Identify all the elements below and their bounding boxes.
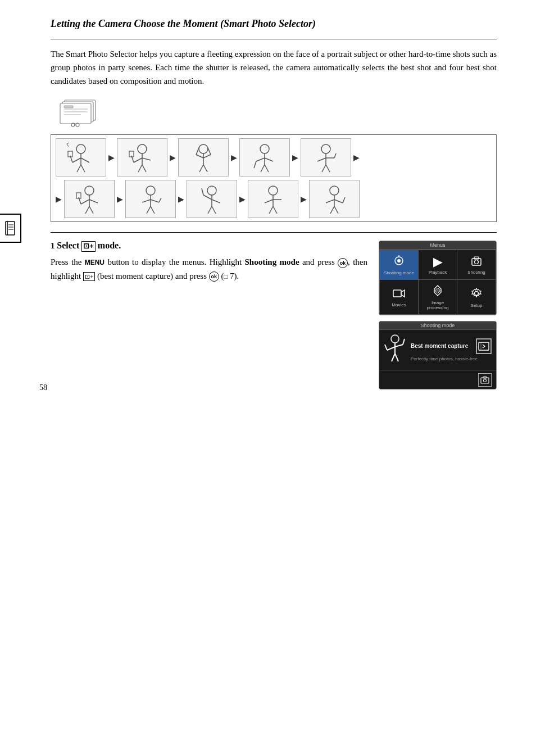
svg-line-61 bbox=[89, 206, 93, 214]
title-divider bbox=[51, 39, 497, 39]
svg-line-21 bbox=[81, 165, 85, 172]
svg-line-71 bbox=[203, 195, 212, 200]
strip-cell-2-5 bbox=[309, 180, 360, 218]
svg-line-81 bbox=[273, 206, 277, 214]
svg-line-64 bbox=[142, 200, 151, 202]
svg-line-52 bbox=[322, 165, 326, 172]
svg-line-34 bbox=[196, 155, 203, 158]
best-moment-icon bbox=[476, 338, 492, 354]
camera-ui-shooting-mode: Shooting mode bbox=[379, 321, 497, 390]
svg-point-47 bbox=[321, 144, 330, 153]
strip-cell-1-4 bbox=[239, 138, 290, 176]
svg-line-46 bbox=[265, 165, 269, 172]
svg-line-78 bbox=[265, 200, 273, 203]
step-text: 1 Select ⊡+ mode. Press the MENU button … bbox=[51, 241, 367, 283]
arrow-2-1: ▶ bbox=[117, 194, 123, 204]
svg-line-39 bbox=[203, 165, 207, 172]
svg-line-105 bbox=[403, 339, 405, 345]
arrow-1-5: ▶ bbox=[353, 153, 360, 162]
arrow-1-2: ▶ bbox=[170, 153, 176, 162]
strip-row-2: ▶ ▶ bbox=[56, 180, 492, 218]
best-moment-row: Best moment capture bbox=[411, 338, 492, 354]
strip-cell-1-3 bbox=[178, 138, 229, 176]
svg-line-68 bbox=[151, 206, 155, 214]
svg-rect-92 bbox=[472, 259, 481, 265]
svg-line-45 bbox=[261, 165, 265, 172]
strip-cell-1-1 bbox=[56, 138, 106, 176]
step-1-section: 1 Select ⊡+ mode. Press the MENU button … bbox=[51, 241, 497, 390]
svg-line-59 bbox=[89, 200, 98, 203]
svg-marker-96 bbox=[401, 290, 405, 297]
camera-ui-menus: Menus Shooting mode ▶ bbox=[379, 241, 497, 315]
camera-ui-cell-setup: Setup bbox=[457, 280, 496, 314]
step-body: Press the MENU button to display the men… bbox=[51, 255, 367, 283]
ok-button-symbol-2: ok bbox=[209, 271, 219, 282]
playback-icon: ▶ bbox=[433, 256, 443, 268]
arrow-1-4: ▶ bbox=[292, 153, 298, 162]
camera-stack-icon bbox=[56, 99, 107, 132]
strip-cell-2-2 bbox=[125, 180, 176, 218]
arrow-1-1: ▶ bbox=[108, 153, 115, 162]
svg-line-86 bbox=[343, 197, 345, 203]
svg-line-56 bbox=[81, 200, 89, 204]
camera-ui-grid: Shooting mode ▶ Playback bbox=[379, 250, 496, 315]
arrow-2-4: ▶ bbox=[301, 194, 307, 204]
svg-line-19 bbox=[81, 158, 89, 162]
svg-rect-11 bbox=[64, 106, 73, 108]
step-number: 1 bbox=[51, 241, 57, 250]
best-moment-desc: Perfectly time photos, hassle-free. bbox=[411, 356, 492, 362]
camera-ui-cell-shooting: Shooting mode bbox=[380, 250, 418, 279]
svg-point-62 bbox=[146, 186, 155, 195]
svg-line-43 bbox=[254, 161, 256, 168]
svg-point-112 bbox=[484, 379, 487, 382]
svg-point-40 bbox=[260, 144, 269, 153]
svg-line-26 bbox=[134, 158, 142, 162]
svg-line-84 bbox=[326, 200, 334, 203]
strip-cell-2-4 bbox=[248, 180, 298, 218]
svg-point-32 bbox=[199, 144, 208, 153]
section-title: Letting the Camera Choose the Moment (Sm… bbox=[51, 17, 497, 31]
svg-point-99 bbox=[475, 291, 479, 295]
strip-row-1: ▶ ▶ bbox=[56, 138, 492, 176]
strip-cell-1-2 bbox=[117, 138, 167, 176]
camera-ui2-info: Best moment capture Perfectly time photo… bbox=[411, 338, 492, 362]
photo-strip: ▶ ▶ bbox=[51, 134, 497, 222]
svg-line-37 bbox=[208, 148, 211, 155]
svg-line-75 bbox=[212, 206, 216, 214]
svg-point-94 bbox=[475, 260, 479, 264]
intro-text: The Smart Photo Selector helps you captu… bbox=[51, 47, 497, 88]
svg-point-76 bbox=[269, 186, 278, 195]
playback-label: Playback bbox=[429, 270, 447, 275]
arrow-2-0: ▶ bbox=[56, 194, 62, 204]
svg-line-38 bbox=[199, 165, 203, 172]
svg-line-20 bbox=[77, 165, 81, 172]
svg-point-90 bbox=[397, 259, 401, 262]
svg-line-49 bbox=[317, 158, 326, 161]
svg-line-87 bbox=[330, 206, 334, 214]
setup-icon bbox=[470, 287, 483, 301]
step-images: Menus Shooting mode ▶ bbox=[379, 241, 497, 390]
svg-line-67 bbox=[147, 206, 151, 214]
svg-line-102 bbox=[387, 347, 395, 350]
svg-line-88 bbox=[334, 206, 338, 214]
movies-label: Movies bbox=[392, 302, 406, 308]
svg-line-16 bbox=[72, 158, 81, 162]
best-moment-capture-label: Best moment capture bbox=[411, 343, 468, 349]
camera-ui-cell-movies: Movies bbox=[380, 280, 418, 314]
page-content: Letting the Camera Choose the Moment (Sm… bbox=[0, 0, 536, 406]
strip-cell-1-5 bbox=[301, 138, 351, 176]
svg-line-53 bbox=[326, 165, 330, 172]
shooting-mode-label: Shooting mode bbox=[384, 270, 414, 276]
ok-button-symbol: ok bbox=[338, 258, 348, 268]
svg-point-14 bbox=[76, 144, 85, 153]
svg-line-73 bbox=[212, 200, 220, 203]
svg-point-24 bbox=[138, 144, 147, 153]
svg-point-69 bbox=[207, 186, 216, 195]
svg-line-30 bbox=[138, 165, 142, 172]
section-divider bbox=[51, 232, 497, 233]
svg-rect-108 bbox=[479, 342, 489, 350]
svg-line-74 bbox=[208, 206, 212, 214]
svg-point-54 bbox=[85, 186, 94, 195]
person-silhouette bbox=[384, 333, 406, 367]
svg-line-35 bbox=[196, 148, 199, 155]
